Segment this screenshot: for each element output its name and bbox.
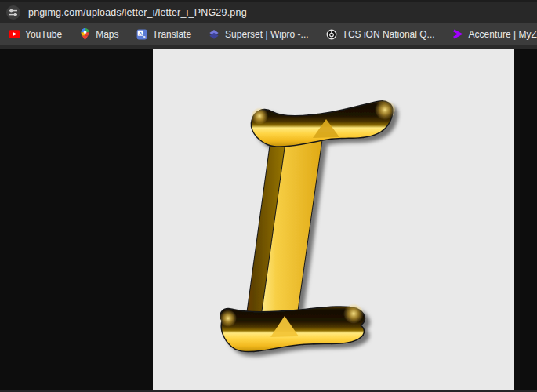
bookmark-youtube[interactable]: YouTube [5,27,64,42]
google-maps-icon [78,28,91,41]
svg-text:a: a [143,34,145,38]
tip-flare-top-right [375,100,395,120]
bookmark-label: YouTube [25,29,62,40]
google-translate-icon: A a [136,28,148,41]
browser-topbar: pngimg.com/uploads/letter_i/letter_i_PNG… [0,0,537,23]
bookmark-label: Translate [153,29,192,40]
superset-icon [208,28,220,41]
bookmark-label: TCS iON National Q... [343,29,435,40]
site-info-button[interactable] [6,5,20,20]
youtube-icon [8,28,20,41]
bookmark-superset[interactable]: Superset | Wipro -... [205,27,310,42]
bookmark-translate[interactable]: A a Translate [133,27,194,42]
tune-sliders-icon [8,7,19,18]
golden-letter-i-image [153,49,514,390]
tip-flare-bottom-left [220,310,237,327]
tcs-ion-icon [325,28,338,41]
letter-top-serif [252,102,392,147]
bookmark-accenture[interactable]: Accenture | MyZone [449,27,537,42]
bookmarks-bar: YouTube Maps [0,23,537,45]
address-bar-url[interactable]: pngimg.com/uploads/letter_i/letter_i_PNG… [28,7,247,18]
image-panel [153,49,514,390]
bookmark-label: Maps [96,29,118,40]
tip-flare-bottom-right [343,303,364,324]
tip-flare-top-left [251,107,268,125]
accenture-icon [452,28,464,41]
bookmark-maps[interactable]: Maps [76,27,121,42]
bookmark-label: Accenture | MyZone [469,29,537,40]
bookmark-tcs-ion[interactable]: TCS iON National Q... [323,27,437,42]
bookmark-label: Superset | Wipro -... [225,29,308,40]
